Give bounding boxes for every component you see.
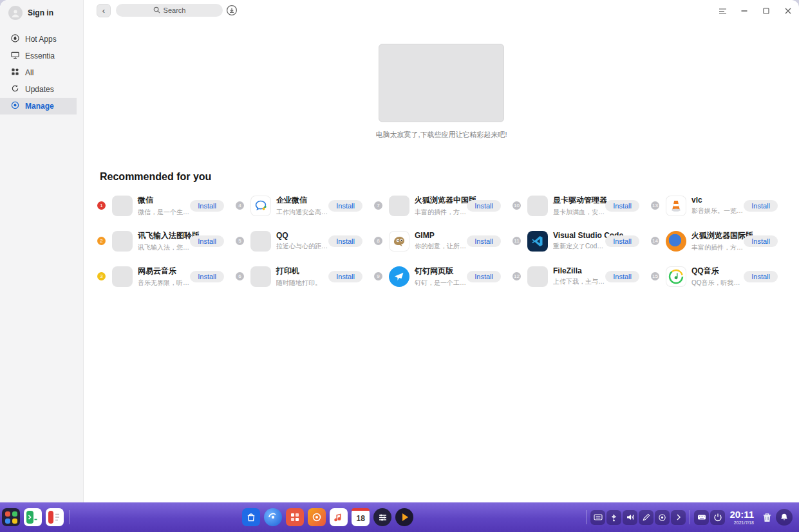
app-icon-placeholder (250, 231, 271, 252)
app-name[interactable]: 火狐浏览器国际版 (691, 230, 744, 241)
flame-icon (11, 34, 19, 44)
install-button[interactable]: Install (744, 200, 778, 212)
install-button[interactable]: Install (467, 271, 501, 282)
empty-state-image (379, 44, 504, 122)
download-manager-icon[interactable] (226, 5, 238, 16)
dingtalk-icon (389, 266, 409, 287)
maximize-icon[interactable] (760, 5, 772, 17)
sidebar-item-hot-apps[interactable]: Hot Apps (0, 31, 83, 48)
app-name[interactable]: 火狐浏览器中国版 (415, 195, 467, 206)
install-button[interactable]: Install (605, 200, 639, 212)
install-button[interactable]: Install (744, 235, 778, 247)
rank-badge: 7 (374, 201, 382, 210)
control-center-icon[interactable] (373, 508, 391, 526)
vlc-cone-icon (666, 196, 686, 216)
app-card-firefox-intl: 14 火狐浏览器国际版丰富的插件，方便你… Install (651, 223, 789, 259)
app-name[interactable]: 显卡驱动管理器 (553, 195, 605, 206)
onscreen-keyboard-icon[interactable] (694, 510, 709, 525)
sidebar-item-manage[interactable]: Manage (0, 98, 77, 115)
minimize-icon[interactable] (738, 5, 750, 17)
gimp-wilber-icon (389, 231, 409, 252)
app-card-netease-music: 3 网易云音乐音乐无界限，听见好… Install (97, 259, 236, 294)
install-button[interactable]: Install (328, 235, 362, 247)
window-topbar: ‹ Search (84, 0, 799, 22)
app-icon-placeholder (250, 266, 271, 287)
tray-expand-chevron-icon[interactable] (671, 510, 686, 525)
empty-state-caption: 电脑太寂寞了,下载些应用让它精彩起来吧! (84, 130, 799, 140)
install-button[interactable]: Install (467, 235, 501, 247)
app-subtitle: 随时随地打印。 (276, 279, 321, 288)
back-button[interactable]: ‹ (97, 4, 111, 17)
install-button[interactable]: Install (605, 271, 639, 282)
app-name[interactable]: 钉钉网页版 (415, 266, 467, 277)
wechat-work-icon (250, 196, 271, 216)
app-market-icon[interactable] (286, 508, 304, 526)
clock[interactable]: 20:11 2021/7/18 (729, 509, 754, 525)
install-button[interactable]: Install (328, 271, 362, 282)
app-card-qqmusic: 15 QQ音乐QQ音乐，听我想听的… Install (651, 259, 789, 294)
app-card-qq: 5 QQ拉近心与心的距离。 Install (236, 223, 374, 259)
app-name[interactable]: QQ (276, 231, 328, 240)
launcher-dots (5, 511, 17, 524)
close-icon[interactable] (782, 5, 794, 17)
chevron-left-icon: ‹ (102, 6, 105, 15)
install-button[interactable]: Install (190, 271, 224, 282)
install-button[interactable]: Install (744, 271, 778, 282)
sidebar-item-essentials[interactable]: Essentia (0, 48, 83, 64)
app-name[interactable]: 讯飞输入法图聆版 (138, 230, 190, 241)
search-input[interactable]: Search (116, 4, 223, 17)
launcher-icon[interactable] (2, 508, 20, 526)
usb-icon[interactable] (606, 510, 621, 525)
rank-badge: 2 (97, 237, 106, 245)
app-subtitle: 重新定义了Code编辑。 (553, 242, 605, 251)
app-card-printer: 6 打印机随时随地打印。 Install (236, 259, 374, 294)
app-store-dock-icon[interactable] (242, 508, 260, 526)
app-name[interactable]: 网易云音乐 (138, 266, 190, 277)
window-menu-icon[interactable] (717, 5, 728, 17)
app-name[interactable]: QQ音乐 (691, 266, 744, 277)
sidebar-item-all[interactable]: All (0, 64, 83, 81)
app-name[interactable]: 企业微信 (276, 195, 328, 206)
image-viewer-icon[interactable] (308, 508, 326, 526)
app-card-gpu-driver: 10 显卡驱动管理器显卡加满血，安全无… Install (512, 188, 651, 223)
power-icon[interactable] (710, 510, 725, 525)
window-controls (717, 5, 794, 17)
app-store-window: Sign in Hot Apps Essentia All Updates Ma… (0, 0, 799, 502)
rank-badge: 9 (374, 272, 382, 280)
install-button[interactable]: Install (328, 200, 362, 212)
app-name[interactable]: vlc (691, 196, 744, 205)
app-name[interactable]: GIMP (415, 231, 467, 240)
movie-player-icon[interactable] (395, 508, 413, 526)
sidebar-item-updates[interactable]: Updates (0, 81, 83, 98)
sidebar-item-label: Essentia (25, 51, 55, 60)
recommended-title: Recommended for you (100, 171, 211, 183)
rank-badge: 6 (236, 272, 244, 280)
install-button[interactable]: Install (190, 235, 224, 247)
trash-icon[interactable] (760, 510, 775, 525)
calendar-icon[interactable]: 18 (352, 508, 370, 526)
app-icon-placeholder (112, 196, 133, 216)
volume-icon[interactable] (623, 510, 637, 525)
app-name[interactable]: 微信 (138, 195, 190, 206)
app-subtitle: 丰富的插件，方便你… (415, 208, 467, 217)
app-name[interactable]: FileZilla (553, 266, 605, 275)
sign-in-button[interactable]: Sign in (0, 0, 83, 26)
notification-bell-icon[interactable] (776, 509, 793, 526)
recommended-grid: 1 微信微信，是一个生活方… Install 4 企业微信工作沟通安全高效。 I… (97, 188, 793, 294)
install-button[interactable]: Install (190, 200, 224, 212)
rank-badge: 12 (512, 272, 521, 280)
app-subtitle: 显卡加满血，安全无… (553, 208, 605, 217)
music-player-icon[interactable] (330, 508, 348, 526)
browser-icon[interactable] (264, 508, 282, 526)
screenshot-pen-icon[interactable] (639, 510, 653, 525)
recorder-icon[interactable] (655, 510, 670, 525)
app-card-dingtalk: 9 钉钉网页版钉钉，是一个工作方… Install (374, 259, 512, 294)
app-icon-placeholder (527, 266, 548, 287)
app-name[interactable]: 打印机 (276, 266, 321, 277)
install-button[interactable]: Install (605, 235, 639, 247)
install-button[interactable]: Install (467, 200, 501, 212)
app-name[interactable]: Visual Studio Code (553, 231, 605, 240)
terminal-icon[interactable] (24, 508, 42, 526)
editor-icon[interactable] (46, 508, 64, 526)
input-method-icon[interactable] (590, 510, 605, 525)
